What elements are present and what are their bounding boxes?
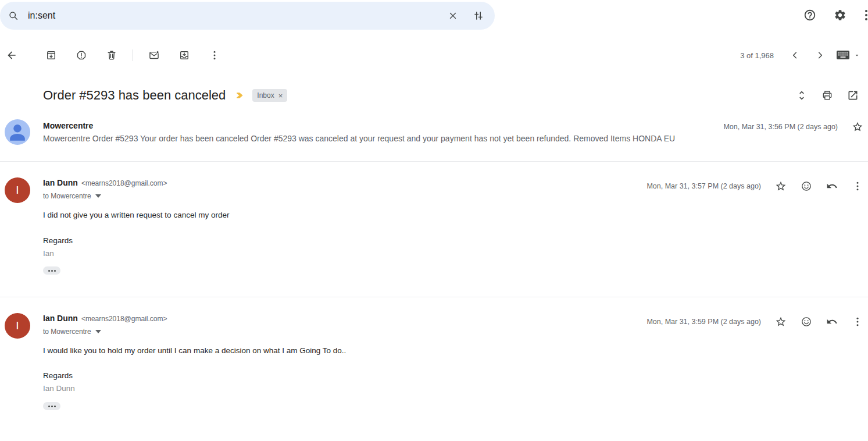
input-tools-icon[interactable] bbox=[833, 42, 863, 68]
reply-icon[interactable] bbox=[819, 173, 845, 199]
recipient-row[interactable]: to Mowercentre bbox=[43, 192, 101, 200]
trimmed-content-icon[interactable] bbox=[43, 266, 60, 275]
open-in-new-icon[interactable] bbox=[840, 83, 866, 108]
gmail-thread-view: 3 of 1,968 bbox=[0, 0, 868, 441]
print-icon[interactable] bbox=[815, 83, 840, 108]
sender-name: Ian Dunn bbox=[43, 178, 78, 187]
search-bar bbox=[0, 2, 495, 30]
sender-avatar[interactable]: I bbox=[5, 313, 30, 339]
toolbar-left bbox=[0, 44, 226, 67]
message-divider bbox=[0, 161, 868, 162]
thread-toolbar: 3 of 1,968 bbox=[0, 42, 868, 68]
recipient-row[interactable]: to Mowercentre bbox=[43, 328, 101, 336]
topbar-actions bbox=[797, 2, 868, 28]
message-signature: Ian bbox=[43, 249, 54, 258]
sender-name: Mowercentre bbox=[43, 121, 93, 130]
input-tools-dropdown-icon bbox=[853, 52, 860, 59]
emoji-reaction-icon[interactable] bbox=[794, 309, 819, 335]
subject-row: Order #5293 has been canceled Inbox × bbox=[43, 83, 866, 108]
message-divider bbox=[0, 297, 868, 297]
avatar-initial: I bbox=[16, 184, 19, 197]
back-icon[interactable] bbox=[0, 44, 23, 67]
recipient-text: to Mowercentre bbox=[43, 192, 91, 200]
thread-subject: Order #5293 has been canceled bbox=[43, 88, 226, 103]
sender-email: <mearns2018@gmail.com> bbox=[81, 315, 167, 323]
help-icon[interactable] bbox=[797, 2, 823, 28]
star-icon[interactable] bbox=[768, 309, 794, 335]
message-date: Mon, Mar 31, 3:59 PM (2 days ago) bbox=[646, 318, 761, 326]
toolbar-divider bbox=[133, 49, 133, 61]
toolbar-right: 3 of 1,968 bbox=[740, 42, 868, 68]
message-snippet: Mowercentre Order #5293 Your order has b… bbox=[43, 134, 675, 143]
archive-icon[interactable] bbox=[40, 44, 63, 67]
importance-marker-icon[interactable] bbox=[235, 91, 245, 100]
message-expanded: I Ian Dunn <mearns2018@gmail.com> to Mow… bbox=[0, 310, 868, 418]
sender-name: Ian Dunn bbox=[43, 314, 78, 323]
mark-unread-icon[interactable] bbox=[142, 44, 166, 67]
message-expanded: I Ian Dunn <mearns2018@gmail.com> to Mow… bbox=[0, 175, 868, 291]
sender-line: Ian Dunn <mearns2018@gmail.com> bbox=[43, 178, 167, 187]
message-date: Mon, Mar 31, 3:56 PM (2 days ago) bbox=[723, 123, 838, 131]
sender-email: <mearns2018@gmail.com> bbox=[81, 179, 167, 187]
report-spam-icon[interactable] bbox=[70, 44, 93, 67]
collapse-all-icon[interactable] bbox=[789, 83, 815, 108]
pagination-counter: 3 of 1,968 bbox=[740, 51, 774, 60]
search-input[interactable] bbox=[27, 10, 440, 22]
default-avatar-icon[interactable] bbox=[5, 119, 30, 145]
show-details-icon[interactable] bbox=[95, 330, 101, 333]
older-conversation-icon[interactable] bbox=[808, 42, 833, 68]
star-icon[interactable] bbox=[768, 173, 794, 199]
move-to-icon[interactable] bbox=[173, 44, 196, 67]
message-more-icon[interactable] bbox=[845, 173, 868, 199]
inbox-label-chip[interactable]: Inbox × bbox=[252, 89, 287, 102]
search-options-icon[interactable] bbox=[466, 3, 491, 29]
clear-search-icon[interactable] bbox=[440, 3, 466, 29]
star-icon[interactable] bbox=[845, 114, 868, 140]
trimmed-content-icon[interactable] bbox=[43, 402, 60, 410]
message-date: Mon, Mar 31, 3:57 PM (2 days ago) bbox=[646, 182, 761, 190]
message-more-icon[interactable] bbox=[845, 309, 868, 335]
settings-icon[interactable] bbox=[827, 2, 853, 28]
remove-label-icon[interactable]: × bbox=[278, 92, 283, 99]
message-closing: Regards bbox=[43, 236, 73, 245]
search-icon[interactable] bbox=[2, 3, 24, 29]
message-meta: Mon, Mar 31, 3:56 PM (2 days ago) bbox=[723, 114, 868, 140]
more-options-icon[interactable] bbox=[203, 44, 226, 67]
message-closing: Regards bbox=[43, 371, 73, 380]
message-actions: Mon, Mar 31, 3:57 PM (2 days ago) bbox=[646, 173, 868, 199]
avatar-initial: I bbox=[16, 319, 19, 332]
message-body: I would like you to hold my order until … bbox=[43, 346, 346, 355]
delete-icon[interactable] bbox=[100, 44, 123, 67]
reply-icon[interactable] bbox=[819, 309, 845, 335]
subject-actions bbox=[789, 83, 866, 108]
message-actions: Mon, Mar 31, 3:59 PM (2 days ago) bbox=[646, 309, 868, 335]
show-details-icon[interactable] bbox=[95, 194, 101, 198]
message-signature: Ian Dunn bbox=[43, 384, 75, 393]
message-collapsed[interactable]: Mowercentre Mowercentre Order #5293 Your… bbox=[0, 116, 868, 161]
sender-line: Ian Dunn <mearns2018@gmail.com> bbox=[43, 314, 167, 323]
apps-grid-icon[interactable] bbox=[858, 2, 868, 28]
sender-avatar[interactable]: I bbox=[5, 177, 30, 203]
message-body: I did not give you a written request to … bbox=[43, 211, 229, 219]
emoji-reaction-icon[interactable] bbox=[794, 173, 819, 199]
inbox-label-text: Inbox bbox=[257, 91, 274, 99]
recipient-text: to Mowercentre bbox=[43, 328, 91, 336]
newer-conversation-icon[interactable] bbox=[782, 42, 808, 68]
